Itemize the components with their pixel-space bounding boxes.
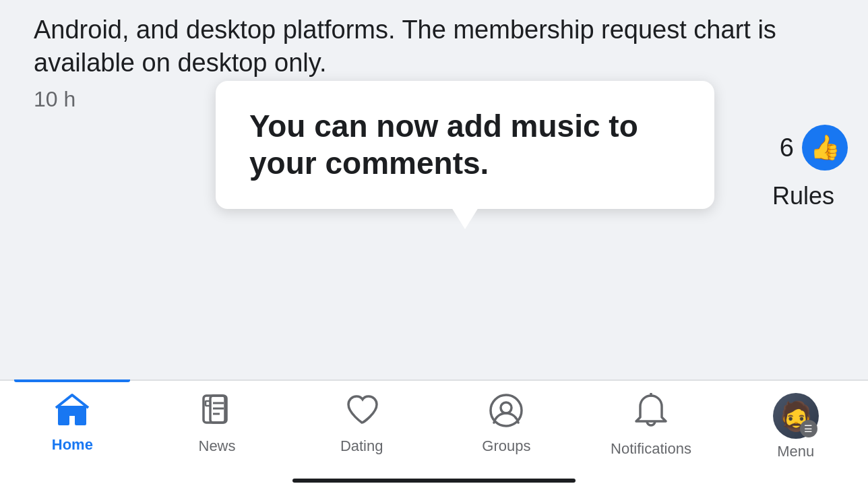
menu-avatar-wrap: 🧔 ☰	[773, 393, 819, 439]
tooltip-bubble: You can now add music to your comments.	[216, 81, 714, 209]
dating-icon	[344, 393, 379, 433]
like-count: 6	[780, 133, 794, 162]
news-label: News	[199, 437, 236, 455]
notifications-icon	[633, 393, 669, 436]
thumbs-up-icon: 👍	[810, 133, 840, 162]
notifications-label: Notifications	[611, 440, 691, 458]
post-text: Android, and desktop platforms. The memb…	[13, 0, 855, 87]
rules-text[interactable]: Rules	[772, 182, 834, 210]
home-label: Home	[52, 436, 93, 454]
nav-dating[interactable]: Dating	[289, 388, 434, 455]
nav-home[interactable]: Home	[0, 388, 145, 454]
nav-groups[interactable]: Groups	[434, 388, 579, 455]
home-icon	[54, 393, 90, 432]
nav-menu[interactable]: 🧔 ☰ Menu	[723, 388, 868, 460]
svg-point-12	[501, 402, 512, 413]
groups-label: Groups	[482, 437, 530, 455]
like-button[interactable]: 👍	[802, 125, 848, 171]
menu-badge: ☰	[800, 420, 817, 437]
nav-news[interactable]: News	[145, 388, 290, 455]
nav-notifications[interactable]: Notifications	[579, 388, 724, 458]
main-content: Android, and desktop platforms. The memb…	[0, 0, 868, 330]
svg-rect-10	[206, 401, 210, 406]
bottom-nav: Home News Dating	[0, 380, 868, 488]
news-icon	[199, 393, 235, 433]
like-area: 6 👍	[780, 125, 848, 171]
menu-label: Menu	[777, 443, 814, 460]
groups-icon	[487, 393, 525, 433]
home-indicator	[292, 479, 576, 483]
menu-icon: ☰	[804, 423, 813, 434]
dating-label: Dating	[340, 437, 383, 455]
tooltip-text: You can now add music to your comments.	[249, 108, 681, 182]
